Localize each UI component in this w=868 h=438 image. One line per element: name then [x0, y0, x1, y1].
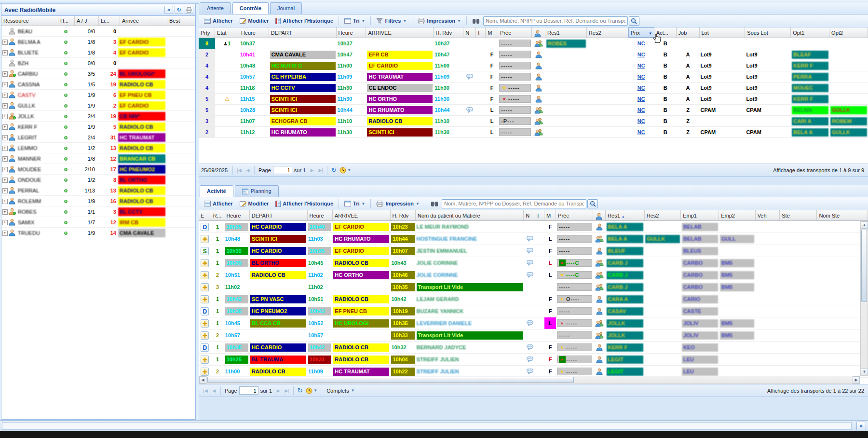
resource-col-4[interactable]: Arrivée	[120, 16, 167, 26]
filtres-button[interactable]: Filtres▼	[373, 16, 410, 26]
transport-row[interactable]: 8♟110h3710h3710h37-----ROBESNCB	[199, 38, 868, 49]
column-header-n[interactable]: N	[524, 210, 535, 220]
resource-col-1[interactable]: H...	[58, 16, 75, 26]
column-header-heure[interactable]: Heure	[308, 210, 333, 220]
etat-plus-icon[interactable]: ✚	[201, 295, 209, 303]
column-header-i[interactable]: I	[476, 27, 486, 38]
transport-row[interactable]: 410h48HC NUTRI C11h00EF CARDIO11h00F----…	[199, 60, 868, 71]
transport-row[interactable]: 411h18HC CCTV11h30CE ENDOC11h30F★-----NC…	[199, 82, 868, 94]
auto-refresh-clock-icon[interactable]: ▼	[304, 386, 319, 395]
prev-page-icon[interactable]: ◀	[244, 166, 252, 175]
transport-row[interactable]: ✚210h5710h5710h33Transport Lit Vide-----…	[199, 329, 868, 342]
tree-expand-icon[interactable]: +	[2, 93, 8, 98]
column-header-arrivee[interactable]: ARRIVEE	[333, 210, 391, 220]
column-header-n[interactable]: N	[463, 27, 476, 38]
column-header-m[interactable]: M	[544, 210, 556, 220]
transport-row[interactable]: S110h30HC CARDIO10h35EF CARDIO10h07JESTI…	[199, 245, 868, 257]
complets-filter-button[interactable]: Complets▼	[323, 386, 358, 396]
column-header-res2[interactable]: Res2	[645, 210, 681, 220]
last-page-icon[interactable]: ▶|	[316, 166, 325, 175]
resource-row[interactable]: BZH 0/0 0	[1, 58, 195, 68]
column-header-i[interactable]: I	[535, 210, 544, 220]
tree-expand-icon[interactable]: +	[2, 178, 8, 183]
collapse-panel-icon[interactable]: «	[164, 6, 173, 14]
tree-expand-icon[interactable]: +	[2, 167, 8, 172]
resource-row[interactable]: + ROLEMM 1/9 16 RADIOLO CB	[1, 196, 195, 206]
advanced-search-button[interactable]	[427, 199, 442, 209]
resource-row[interactable]: + KERR F 1/9 5 RADIOLO CB	[1, 122, 195, 132]
tree-expand-icon[interactable]: +	[2, 135, 8, 140]
transport-row[interactable]: 311h07ECHOGRA CB11h10RADIOLO CB11h10L-P-…	[199, 116, 868, 127]
transport-row[interactable]: ✚110h45BL CCA CB10h52HC UROLOGI10h35LEVE…	[199, 317, 868, 329]
impression-button[interactable]: Impression▼	[373, 199, 423, 209]
print-icon[interactable]	[185, 6, 193, 14]
transport-row[interactable]: ✚210h51RADIOLO CB11h02HC ORTHO10h46JOLIE…	[199, 269, 868, 281]
column-header-nom-ste[interactable]: Nom Ste	[817, 210, 868, 220]
resource-row[interactable]: + MOUDEE 2/10 17 HC PNEUMO2	[1, 164, 195, 175]
column-header-etat[interactable]: Etat	[215, 27, 239, 38]
column-header-heure[interactable]: Heure	[239, 27, 269, 38]
search-input[interactable]	[483, 16, 628, 26]
tab-planning[interactable]: Planning	[235, 185, 279, 197]
transport-row[interactable]: 5⚠11h15SCINTI ICI11h30HC ORTHO11h30F★---…	[199, 94, 868, 105]
prix-nc-link[interactable]: NC	[637, 41, 645, 46]
column-header-job[interactable]: Job	[677, 27, 700, 38]
column-header-pr-c[interactable]: Préc	[556, 210, 593, 220]
tree-expand-icon[interactable]: +	[2, 188, 8, 193]
prix-nc-link[interactable]: NC	[637, 52, 645, 57]
column-header-depart[interactable]: DEPART	[269, 27, 337, 38]
etat-depart-icon[interactable]: D	[201, 343, 209, 352]
refresh-icon[interactable]: ↻	[175, 6, 183, 14]
horizontal-scrollbar[interactable]: ◀ ▶	[199, 376, 860, 384]
search-input[interactable]	[442, 199, 586, 208]
column-header-heure[interactable]: Heure	[224, 210, 249, 220]
afficher-button[interactable]: Afficher	[201, 199, 236, 208]
prix-nc-link[interactable]: NC	[637, 74, 645, 80]
column-header-veh[interactable]: Veh	[756, 210, 780, 220]
tree-expand-icon[interactable]: +	[2, 103, 8, 109]
column-header-h-rdv[interactable]: H. Rdv	[391, 210, 416, 220]
advanced-search-button[interactable]	[469, 16, 483, 26]
tree-expand-icon[interactable]: +	[2, 124, 8, 130]
impression-button[interactable]: Impression▼	[414, 16, 464, 26]
resource-row[interactable]: + CASTV 1/9 6 EF PNEU CB	[1, 90, 195, 100]
next-page-icon[interactable]: ▶	[308, 166, 316, 175]
column-header-lot[interactable]: Lot	[700, 27, 746, 38]
tri-button[interactable]: Tri▼	[341, 16, 368, 26]
transport-row[interactable]: ✚311h0211h0210h35Transport Lit Vide-----…	[199, 281, 868, 293]
column-header-prty[interactable]: Prty	[199, 27, 215, 38]
last-page-icon[interactable]: ▶|	[283, 386, 291, 395]
tree-expand-icon[interactable]: +	[2, 146, 8, 151]
resource-row[interactable]: + LEGRIT 2/4 31 HC TRAUMAT	[1, 132, 195, 143]
historique-button[interactable]: Afficher l'Historique	[272, 199, 337, 209]
modifier-button[interactable]: Modifier	[236, 16, 272, 26]
transport-row[interactable]: ✚110h42SC PN VASC10h51RADIOLO CB10h42LEJ…	[199, 293, 868, 305]
search-icon[interactable]	[587, 199, 598, 208]
etat-plus-icon[interactable]: ✚	[201, 235, 209, 243]
column-header-h-rdv[interactable]: H. Rdv	[434, 27, 463, 38]
page-input[interactable]	[273, 166, 292, 174]
transport-row[interactable]: D110h35HC CARDIO10h42RADIOLO CB10h32BERN…	[199, 342, 868, 354]
transport-row[interactable]: 210h41CMA CAVALE10h47EFR CB10h47F-----NC…	[199, 49, 868, 60]
scroll-right-icon[interactable]: ▶	[853, 376, 860, 383]
tree-expand-icon[interactable]: +	[2, 156, 8, 162]
column-header-opt1[interactable]: Opt1	[791, 27, 829, 38]
resource-row[interactable]: + ROBES 1/1 3 BL CCTV	[1, 206, 195, 217]
column-header-depart[interactable]: DEPART	[250, 210, 308, 220]
historique-button[interactable]: Afficher l'Historique	[272, 16, 337, 26]
resource-row[interactable]: + CARBIU 3/5 24 BL UROLOGI*	[1, 68, 195, 79]
transport-row[interactable]: D110h35HC CARDIO10h40EF CARDIO10h23LE ME…	[199, 221, 868, 233]
resource-row[interactable]: + MANNER 1/8 12 BRANCAR CB	[1, 153, 195, 164]
column-header-emp2[interactable]: Emp2	[719, 210, 755, 220]
etat-plus-icon[interactable]: ✚	[201, 331, 209, 340]
resource-row[interactable]: + SAMIX 1/7 12 IRM CB	[1, 217, 195, 228]
etat-plus-icon[interactable]: ✚	[201, 259, 209, 267]
resource-row[interactable]: + TRUEDU 1/9 14 CMA CAVALE	[1, 228, 195, 238]
column-header-m[interactable]: M	[486, 27, 498, 38]
transport-row[interactable]: 410h57CE HYPERBA11h09HC TRAUMAT11h09F---…	[199, 71, 868, 82]
first-page-icon[interactable]: |◀	[235, 166, 244, 175]
resource-col-2[interactable]: A / J	[75, 16, 99, 26]
etat-plus-icon[interactable]: ✚	[201, 368, 209, 376]
column-header-res1[interactable]: Res1	[545, 27, 587, 38]
transport-row[interactable]: ✚110h48SCINTI ICI11h03HC RHUMATO10h44HOS…	[199, 233, 868, 245]
